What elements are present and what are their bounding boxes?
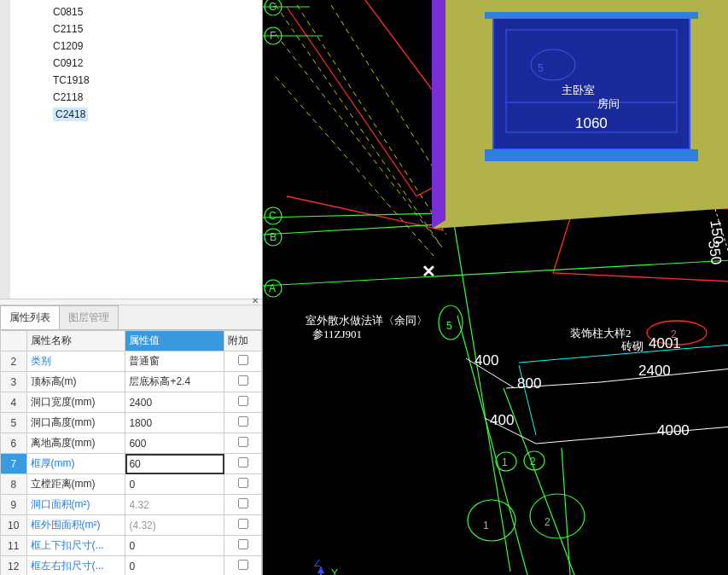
svg-text:B: B bbox=[270, 231, 277, 243]
prop-addon[interactable] bbox=[224, 474, 262, 495]
checkbox-icon[interactable] bbox=[238, 437, 248, 447]
checkbox-icon[interactable] bbox=[238, 416, 248, 427]
svg-text:350: 350 bbox=[705, 240, 725, 266]
svg-text:A: A bbox=[269, 282, 276, 294]
checkbox-icon[interactable] bbox=[238, 498, 248, 508]
prop-name: 框左右扣尺寸(... bbox=[26, 556, 125, 576]
svg-text:Z: Z bbox=[314, 560, 320, 569]
tab-properties[interactable]: 属性列表 bbox=[0, 305, 60, 329]
prop-value[interactable]: 0 bbox=[125, 474, 224, 495]
checkbox-icon[interactable] bbox=[238, 375, 248, 386]
prop-name: 洞口面积(m²) bbox=[26, 495, 125, 515]
panel-close-icon[interactable]: ✕ bbox=[252, 296, 259, 305]
prop-value[interactable]: 0 bbox=[125, 556, 224, 576]
prop-addon[interactable] bbox=[224, 351, 262, 372]
prop-value[interactable]: 普通窗 bbox=[125, 351, 224, 372]
svg-text:4000: 4000 bbox=[657, 422, 690, 439]
row-number: 9 bbox=[1, 495, 27, 515]
checkbox-icon[interactable] bbox=[238, 539, 248, 549]
svg-text:5: 5 bbox=[446, 320, 452, 332]
prop-value[interactable]: 1800 bbox=[125, 413, 224, 433]
row-number: 6 bbox=[1, 433, 27, 454]
svg-point-22 bbox=[468, 500, 515, 541]
prop-addon[interactable] bbox=[224, 433, 262, 454]
svg-line-2 bbox=[297, 5, 446, 235]
table-row[interactable]: 12框左右扣尺寸(...0 bbox=[1, 556, 262, 576]
component-tree[interactable]: C0815 C2115 C1209 C0912 TC1918 C2118 C24… bbox=[0, 0, 262, 299]
svg-line-0 bbox=[276, 5, 442, 247]
svg-rect-40 bbox=[485, 149, 698, 161]
tree-item[interactable]: C0815 bbox=[10, 3, 262, 20]
table-row[interactable]: 5洞口高度(mm)1800 bbox=[1, 413, 262, 433]
prop-value[interactable]: 60 bbox=[125, 454, 224, 474]
prop-addon[interactable] bbox=[224, 536, 262, 556]
table-row[interactable]: 8立樘距离(mm)0 bbox=[1, 474, 262, 495]
table-row[interactable]: 4洞口宽度(mm)2400 bbox=[1, 392, 262, 413]
tree-item-selected[interactable]: C2418 bbox=[10, 106, 262, 123]
prop-name: 洞口高度(mm) bbox=[26, 413, 125, 433]
row-number: 7 bbox=[1, 454, 27, 474]
table-row[interactable]: 9洞口面积(m²)4.32 bbox=[1, 495, 262, 515]
tree-item[interactable]: C2118 bbox=[10, 89, 262, 106]
prop-addon[interactable] bbox=[224, 413, 262, 433]
prop-name: 框厚(mm) bbox=[26, 454, 125, 474]
row-number: 11 bbox=[1, 536, 27, 556]
checkbox-icon[interactable] bbox=[238, 355, 248, 365]
svg-text:室外散水做法详〈余同〉: 室外散水做法详〈余同〉 bbox=[306, 314, 428, 327]
prop-addon[interactable] bbox=[224, 392, 262, 413]
prop-name: 框外围面积(m²) bbox=[26, 515, 125, 536]
prop-value[interactable]: 4.32 bbox=[125, 495, 224, 515]
prop-addon[interactable] bbox=[224, 454, 262, 474]
prop-value[interactable]: 600 bbox=[125, 433, 224, 454]
prop-value[interactable]: 层底标高+2.4 bbox=[125, 372, 224, 392]
svg-text:400: 400 bbox=[490, 412, 514, 428]
svg-text:G: G bbox=[269, 1, 277, 13]
svg-text:砖砌: 砖砌 bbox=[620, 340, 644, 352]
row-number: 5 bbox=[1, 413, 27, 433]
table-row[interactable]: 11框上下扣尺寸(...0 bbox=[1, 536, 262, 556]
svg-line-15 bbox=[562, 448, 570, 575]
row-number: 10 bbox=[1, 515, 27, 536]
table-row[interactable]: 6离地高度(mm)600 bbox=[1, 433, 262, 454]
tab-layers[interactable]: 图层管理 bbox=[59, 305, 119, 329]
svg-text:5: 5 bbox=[538, 62, 544, 74]
table-row[interactable]: 7框厚(mm)60 bbox=[1, 454, 262, 474]
panel-splitter[interactable]: ✕ bbox=[0, 299, 262, 305]
svg-text:800: 800 bbox=[517, 375, 541, 392]
svg-text:装饰柱大样2: 装饰柱大样2 bbox=[570, 327, 632, 340]
svg-line-13 bbox=[452, 213, 510, 572]
col-rownum bbox=[1, 331, 27, 351]
cad-canvas: G F C B A 5 1 2 1 2 2 5 室外散水做法详〈余同〉 参11Z… bbox=[263, 0, 728, 575]
svg-text:参11ZJ901: 参11ZJ901 bbox=[312, 328, 362, 340]
table-row[interactable]: 2类别普通窗 bbox=[1, 351, 262, 372]
row-number: 4 bbox=[1, 392, 27, 413]
3d-viewport[interactable]: G F C B A 5 1 2 1 2 2 5 室外散水做法详〈余同〉 参11Z… bbox=[263, 0, 728, 575]
svg-line-32 bbox=[536, 427, 728, 444]
left-panel: C0815 C2115 C1209 C0912 TC1918 C2118 C24… bbox=[0, 0, 263, 575]
prop-value[interactable]: 2400 bbox=[125, 392, 224, 413]
tree-item[interactable]: C2115 bbox=[10, 20, 262, 38]
tree-item[interactable]: TC1918 bbox=[10, 72, 262, 89]
tree-item[interactable]: C1209 bbox=[10, 38, 262, 55]
prop-value[interactable]: 0 bbox=[125, 536, 224, 556]
table-row[interactable]: 10框外围面积(m²)(4.32) bbox=[1, 515, 262, 536]
tree-item[interactable]: C0912 bbox=[10, 55, 262, 72]
svg-text:2400: 2400 bbox=[638, 363, 671, 379]
prop-addon[interactable] bbox=[224, 495, 262, 515]
checkbox-icon[interactable] bbox=[238, 396, 248, 406]
property-grid[interactable]: 属性名称 属性值 附加 2类别普通窗3顶标高(m)层底标高+2.44洞口宽度(m… bbox=[0, 330, 262, 575]
prop-value[interactable]: (4.32) bbox=[125, 515, 224, 536]
svg-text:房间: 房间 bbox=[597, 97, 620, 110]
prop-addon[interactable] bbox=[224, 372, 262, 392]
prop-addon[interactable] bbox=[224, 515, 262, 536]
table-row[interactable]: 3顶标高(m)层底标高+2.4 bbox=[1, 372, 262, 392]
checkbox-icon[interactable] bbox=[238, 560, 248, 570]
svg-text:1: 1 bbox=[483, 520, 489, 531]
svg-point-23 bbox=[530, 494, 585, 538]
checkbox-icon[interactable] bbox=[238, 478, 248, 488]
checkbox-icon[interactable] bbox=[238, 457, 248, 468]
svg-text:主卧室: 主卧室 bbox=[562, 84, 595, 96]
prop-name: 立樘距离(mm) bbox=[26, 474, 125, 495]
prop-addon[interactable] bbox=[224, 556, 262, 576]
checkbox-icon[interactable] bbox=[238, 519, 248, 529]
